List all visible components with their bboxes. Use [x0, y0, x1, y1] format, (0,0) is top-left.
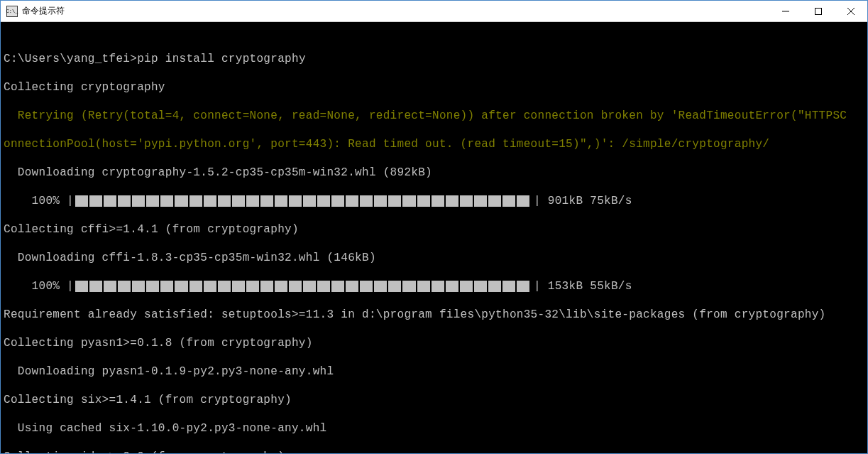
progress-segment	[89, 195, 104, 207]
retry-warning-line: Retrying (Retry(total=4, connect=None, r…	[4, 109, 864, 123]
progress-segment	[474, 281, 488, 292]
progress-segment	[146, 195, 160, 207]
progress-segment	[104, 195, 118, 207]
terminal-line: Collecting pyasn1>=0.1.8 (from cryptogra…	[4, 336, 864, 350]
progress-segment	[89, 281, 104, 292]
minimize-icon	[782, 8, 789, 15]
progress-segment	[432, 195, 446, 207]
terminal-line: Downloading cffi-1.8.3-cp35-cp35m-win32.…	[4, 251, 864, 265]
progress-segment	[160, 281, 175, 292]
progress-segment	[303, 281, 317, 292]
progress-segment	[232, 281, 246, 292]
progress-segment	[460, 195, 474, 207]
progress-segment	[146, 281, 160, 292]
progress-segment	[189, 281, 204, 292]
progress-segment	[303, 195, 317, 207]
progress-segment	[75, 281, 89, 292]
progress-segment	[331, 281, 346, 292]
progress-bar	[75, 195, 529, 207]
terminal-line: Collecting six>=1.4.1 (from cryptography…	[4, 393, 864, 407]
progress-segment	[275, 195, 289, 207]
progress-segment	[488, 281, 502, 292]
progress-segment	[360, 281, 374, 292]
progress-percent: 100% |	[4, 194, 74, 208]
progress-segment	[118, 281, 132, 292]
progress-segment	[104, 281, 118, 292]
titlebar: 命令提示符	[1, 1, 867, 22]
progress-segment	[432, 281, 446, 292]
progress-stats: | 153kB 55kB/s	[534, 279, 632, 293]
progress-segment	[374, 281, 388, 292]
command-text: pip install cryptography	[137, 53, 306, 65]
maximize-button[interactable]	[802, 1, 835, 21]
terminal-area[interactable]: C:\Users\yang_tfei>pip install cryptogra…	[1, 22, 867, 453]
progress-segment	[517, 195, 529, 207]
progress-segment	[275, 281, 289, 292]
progress-row: 100% || 153kB 55kB/s	[4, 279, 864, 293]
window-title: 命令提示符	[22, 5, 769, 17]
prompt-line: C:\Users\yang_tfei>pip install cryptogra…	[4, 52, 864, 66]
terminal-line: Downloading cryptography-1.5.2-cp35-cp35…	[4, 166, 864, 180]
terminal-line: Collecting idna>=2.0 (from cryptography)	[4, 450, 864, 453]
window-controls	[769, 1, 867, 21]
progress-segment	[317, 195, 331, 207]
progress-stats: | 901kB 75kB/s	[534, 194, 632, 208]
minimize-button[interactable]	[769, 1, 802, 21]
progress-segment	[402, 195, 417, 207]
progress-row: 100% || 901kB 75kB/s	[4, 194, 864, 208]
progress-segment	[160, 195, 175, 207]
progress-segment	[417, 195, 432, 207]
progress-segment	[189, 195, 204, 207]
prompt: C:\Users\yang_tfei>	[4, 53, 137, 65]
progress-segment	[374, 195, 388, 207]
progress-segment	[417, 281, 432, 292]
cmd-icon	[6, 6, 18, 17]
progress-segment	[132, 195, 146, 207]
progress-segment	[388, 281, 402, 292]
progress-segment	[246, 281, 260, 292]
progress-segment	[118, 195, 132, 207]
progress-segment	[502, 281, 517, 292]
progress-segment	[260, 281, 275, 292]
progress-segment	[388, 195, 402, 207]
progress-segment	[517, 281, 529, 292]
terminal-line: Requirement already satisfied: setuptool…	[4, 308, 864, 322]
progress-segment	[232, 195, 246, 207]
progress-segment	[331, 195, 346, 207]
progress-bar	[75, 281, 529, 292]
progress-segment	[175, 281, 189, 292]
progress-segment	[460, 281, 474, 292]
progress-segment	[502, 195, 517, 207]
progress-segment	[360, 195, 374, 207]
progress-segment	[246, 195, 260, 207]
progress-segment	[317, 281, 331, 292]
terminal-line: Downloading pyasn1-0.1.9-py2.py3-none-an…	[4, 364, 864, 379]
terminal-line: Using cached six-1.10.0-py2.py3-none-any…	[4, 421, 864, 436]
progress-segment	[289, 195, 303, 207]
progress-segment	[289, 281, 303, 292]
progress-segment	[346, 281, 360, 292]
close-icon	[847, 8, 855, 15]
progress-segment	[218, 195, 232, 207]
progress-segment	[446, 281, 460, 292]
progress-percent: 100% |	[4, 279, 74, 293]
progress-segment	[132, 281, 146, 292]
retry-warning-line: onnectionPool(host='pypi.python.org', po…	[4, 137, 864, 151]
terminal-line: Collecting cffi>=1.4.1 (from cryptograph…	[4, 222, 864, 237]
close-button[interactable]	[835, 1, 867, 21]
progress-segment	[175, 195, 189, 207]
progress-segment	[474, 195, 488, 207]
progress-segment	[346, 195, 360, 207]
progress-segment	[402, 281, 417, 292]
maximize-icon	[815, 8, 822, 15]
progress-segment	[488, 195, 502, 207]
progress-segment	[446, 195, 460, 207]
progress-segment	[204, 281, 218, 292]
svg-rect-1	[815, 8, 822, 14]
terminal-line: Collecting cryptography	[4, 80, 864, 94]
progress-segment	[218, 281, 232, 292]
progress-segment	[204, 195, 218, 207]
progress-segment	[75, 195, 89, 207]
progress-segment	[260, 195, 275, 207]
